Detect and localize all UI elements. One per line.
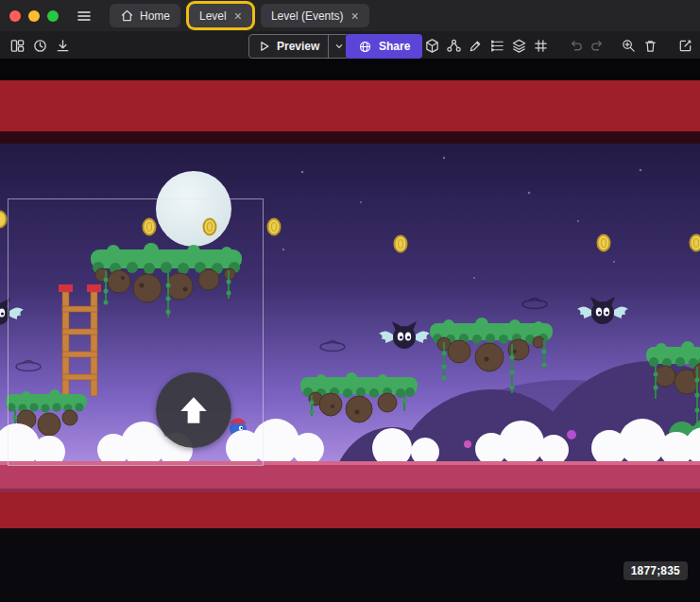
layers-icon: [511, 38, 527, 54]
delete-button[interactable]: [640, 35, 660, 56]
undo-icon: [568, 38, 584, 54]
close-window-button[interactable]: [9, 10, 21, 22]
share-label: Share: [379, 40, 410, 53]
hamburger-icon: [76, 8, 93, 25]
scene-void-bottom: [0, 528, 700, 602]
up-arrow-icon: [177, 393, 211, 427]
tab-label: Level: [199, 9, 227, 23]
preview-button-main[interactable]: Preview: [249, 35, 328, 58]
main-menu-button[interactable]: [74, 6, 94, 26]
close-tab-icon[interactable]: ×: [234, 9, 242, 23]
preview-button[interactable]: Preview: [248, 34, 350, 59]
project-panels-button[interactable]: [8, 35, 27, 56]
redo-button[interactable]: [588, 35, 607, 56]
project-panels-icon: [9, 38, 26, 54]
scene-editor-canvas[interactable]: 1877;835: [0, 59, 700, 602]
game-scene[interactable]: [0, 59, 700, 602]
chevron-down-icon: [333, 41, 345, 52]
traffic-lights: [9, 10, 59, 22]
toolbar-right-group: [422, 34, 695, 57]
tab-label: Level (Events): [271, 9, 344, 23]
preview-label: Preview: [277, 40, 319, 53]
object-groups-button[interactable]: [444, 35, 464, 56]
save-button[interactable]: [53, 35, 73, 56]
cube-3d-icon: [424, 38, 440, 54]
title-bar: Home Level × Level (Events) ×: [0, 0, 700, 32]
save-icon: [55, 38, 71, 54]
minimize-window-button[interactable]: [28, 10, 40, 22]
layers-button[interactable]: [509, 35, 529, 56]
moon[interactable]: [156, 171, 231, 247]
undo-button[interactable]: [566, 35, 586, 56]
top-red-band[interactable]: [0, 80, 700, 131]
history-icon: [32, 38, 48, 54]
ground[interactable]: [0, 461, 700, 492]
bottom-red-band[interactable]: [0, 492, 700, 528]
zoom-in-icon: [621, 38, 637, 54]
instances-list-button[interactable]: [487, 35, 507, 56]
history-button[interactable]: [30, 35, 50, 56]
cursor-coordinates-badge: 1877;835: [623, 561, 688, 580]
play-icon: [258, 40, 271, 53]
app-window: Home Level × Level (Events) ×: [0, 0, 700, 602]
top-maroon-strip: [0, 131, 700, 144]
zoom-in-button[interactable]: [619, 35, 639, 56]
scene-void-top: [0, 59, 700, 80]
globe-icon: [358, 40, 372, 54]
toolbar: Preview Share: [0, 31, 700, 59]
scene-properties-icon: [677, 38, 693, 54]
trash-icon: [642, 38, 658, 54]
touch-up-arrow-button[interactable]: [156, 372, 231, 448]
pencil-icon: [468, 38, 484, 54]
toolbar-left-group: [8, 34, 73, 57]
redo-icon: [589, 38, 606, 54]
instances-list-icon: [489, 38, 505, 54]
tab-bar: Home Level × Level (Events) ×: [110, 4, 369, 27]
edit-object-button[interactable]: [466, 35, 486, 56]
share-button[interactable]: Share: [346, 34, 422, 59]
tab-label: Home: [140, 9, 170, 23]
scene-properties-button[interactable]: [675, 35, 695, 56]
grid-icon: [533, 38, 549, 54]
tab-level[interactable]: Level ×: [189, 4, 252, 27]
tab-home[interactable]: Home: [110, 4, 180, 27]
tab-level-events[interactable]: Level (Events) ×: [261, 4, 369, 27]
zoom-window-button[interactable]: [47, 10, 59, 22]
grid-button[interactable]: [531, 35, 551, 56]
object-groups-icon: [446, 38, 462, 54]
objects-3d-button[interactable]: [422, 35, 442, 56]
close-tab-icon[interactable]: ×: [351, 9, 359, 23]
home-icon: [120, 9, 134, 23]
